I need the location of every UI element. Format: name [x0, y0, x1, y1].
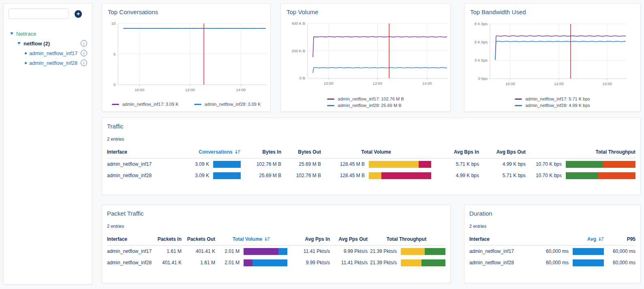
column-header-avg-bps-in[interactable]: Avg Bps In: [431, 149, 479, 155]
cell-packets-in: 401.41 K: [152, 260, 182, 265]
cell-value: 128.45 M B: [340, 161, 365, 167]
resource-tree-panel: + Nettrace netflow (2) i admin_netflow_i…: [3, 3, 92, 285]
column-header-interface[interactable]: Interface: [107, 149, 198, 155]
column-header-bytes-in[interactable]: Bytes In: [241, 149, 281, 155]
tree-search-input[interactable]: [9, 9, 68, 19]
column-header-packets-in[interactable]: Packets In: [152, 236, 182, 242]
column-header-avg-pps-out[interactable]: Avg Pps Out: [330, 236, 368, 242]
bar-avg: [573, 248, 604, 255]
tree-node-interface[interactable]: admin_netflow_inf17 i: [9, 48, 87, 58]
svg-text:0: 0: [113, 82, 116, 87]
column-header-bytes-out[interactable]: Bytes Out: [281, 149, 321, 155]
column-header-avg[interactable]: Avg: [534, 236, 604, 242]
svg-text:200 K B: 200 K B: [291, 49, 305, 53]
chevron-down-icon[interactable]: [17, 42, 21, 45]
packet-traffic-table-card: Packet Traffic 2 entries InterfacePacket…: [102, 205, 451, 283]
legend-label: admin_netflow_inf17: 102.76 M B: [338, 96, 404, 102]
tree-node-nettrace[interactable]: Nettrace: [9, 29, 87, 39]
bar-segment: [401, 259, 421, 266]
table-row: admin_netflow_inf173.09 K102.76 M B25.69…: [107, 158, 635, 170]
bar-total-throughput: [566, 161, 635, 168]
legend-item[interactable]: admin_netflow_inf17: 5.71 K bps: [515, 96, 590, 102]
bar-segment: [244, 248, 278, 255]
column-header-label: Packets Out: [187, 236, 215, 242]
column-header-avg-bps-out[interactable]: Avg Bps Out: [479, 149, 526, 155]
legend-item[interactable]: admin_netflow_inf28: 3.09 K: [194, 101, 261, 107]
bar-segment: [213, 161, 241, 168]
legend-block: admin_netflow_inf17: 5.71 K bpsadmin_net…: [515, 96, 590, 109]
column-header-total-throughput[interactable]: Total Throughput: [368, 236, 445, 242]
cell-interface: admin_netflow_inf17: [107, 161, 198, 167]
add-button[interactable]: +: [75, 10, 82, 18]
chevron-down-icon[interactable]: [10, 32, 13, 35]
bar-segment: [369, 172, 381, 179]
column-header-total-volume[interactable]: Total Volume: [321, 149, 431, 155]
column-header-label: P95: [627, 236, 635, 242]
legend-label: admin_netflow_inf28: 3.09 K: [205, 101, 261, 107]
bar-total-volume: [244, 259, 287, 266]
cell-value: 60,000 ms: [546, 248, 569, 254]
svg-text:5 K bps: 5 K bps: [475, 40, 488, 44]
cell-interface: admin_netflow_inf28: [107, 173, 198, 178]
column-header-label: Avg Bps In: [454, 149, 479, 155]
column-header-label: Bytes Out: [298, 149, 321, 155]
svg-text:3 K bps: 3 K bps: [475, 58, 488, 62]
legend-item[interactable]: admin_netflow_inf17: 3.09 K: [112, 101, 179, 107]
cell-conversations: 3.09 K: [198, 161, 241, 168]
column-header-conversations[interactable]: Conversations: [198, 149, 241, 155]
column-header-interface[interactable]: Interface: [107, 236, 152, 242]
top-bandwidth-card: Top Bandwidth Used 10:0012:0014:008 K bp…: [464, 3, 641, 112]
bar-total-throughput: [566, 172, 635, 179]
top-conversations-card: Top Conversations 10:0012:0014:001050adm…: [102, 3, 271, 112]
cell-total-volume: 128.45 M B: [321, 172, 431, 179]
legend-swatch-icon: [112, 104, 119, 105]
bar-avg: [573, 259, 604, 266]
duration-table: InterfaceAvgP95admin_netflow_inf1760,000…: [469, 236, 635, 268]
cell-packets-out: 1.61 M: [182, 260, 215, 265]
legend-item[interactable]: admin_netflow_inf17: 102.76 M B: [327, 96, 404, 102]
cell-value: 60,000 ms: [546, 260, 569, 265]
bullet-dot-icon: [25, 52, 27, 54]
info-icon[interactable]: i: [81, 40, 87, 47]
cell-avg-pps-out: 11.41 Pkts/s: [330, 260, 368, 265]
cell-avg-bps-out: 4.99 K bps: [479, 161, 526, 167]
bar-conversations: [213, 161, 241, 168]
cell-total-throughput: 21.39 Pkts/s: [368, 248, 445, 255]
info-icon[interactable]: i: [81, 50, 87, 56]
entries-count: 2 entries: [107, 137, 635, 141]
cell-value: 3.09 K: [195, 173, 209, 178]
series-line-admin_netflow_inf28: [495, 41, 626, 60]
column-header-label: Interface: [469, 236, 490, 242]
cell-value: 21.39 Pkts/s: [370, 248, 397, 254]
cell-total-volume: 2.01 M: [215, 248, 287, 255]
bar-total-throughput: [401, 259, 445, 266]
top-volume-card: Top Volume 10:0012:0014:00400 K B200 K B…: [280, 3, 451, 112]
info-icon[interactable]: i: [81, 60, 87, 66]
tree-node-interface[interactable]: admin_netflow_inf28 i: [9, 58, 87, 68]
legend-label: admin_netflow_inf17: 5.71 K bps: [525, 96, 590, 102]
column-header-avg-pps-in[interactable]: Avg Pps In: [287, 236, 330, 242]
tree-node-netflow[interactable]: netflow (2) i: [9, 39, 87, 48]
sort-descending-icon: [265, 237, 270, 241]
legend-label: admin_netflow_inf28: 4.99 K bps: [525, 102, 590, 109]
entries-count: 2 entries: [107, 224, 445, 229]
legend-item[interactable]: admin_netflow_inf28: 25.69 M B: [327, 102, 404, 109]
column-header-p95[interactable]: P95: [604, 236, 635, 242]
column-header-total-throughput[interactable]: Total Throughput: [526, 149, 635, 155]
table-title: Packet Traffic: [107, 210, 445, 217]
bar-segment: [598, 172, 635, 179]
column-header-packets-out[interactable]: Packets Out: [182, 236, 215, 242]
bar-segment: [401, 248, 425, 255]
cell-p95: 60,000 ms: [604, 260, 635, 265]
column-header-total-volume[interactable]: Total Volume: [215, 236, 287, 242]
svg-text:400 K B: 400 K B: [291, 21, 305, 26]
column-header-label: Total Volume: [233, 236, 263, 242]
chart-legend: admin_netflow_inf17: 102.76 M Badmin_net…: [281, 96, 450, 109]
table-row: admin_netflow_inf171.61 M401.41 K2.01 M1…: [107, 246, 445, 257]
svg-text:5: 5: [113, 52, 116, 56]
cell-avg-bps-in: 4.99 K bps: [431, 173, 479, 178]
svg-text:10: 10: [111, 21, 116, 26]
column-header-interface[interactable]: Interface: [469, 236, 534, 242]
legend-item[interactable]: admin_netflow_inf28: 4.99 K bps: [515, 102, 590, 109]
traffic-table: InterfaceConversationsBytes InBytes OutT…: [107, 149, 635, 181]
